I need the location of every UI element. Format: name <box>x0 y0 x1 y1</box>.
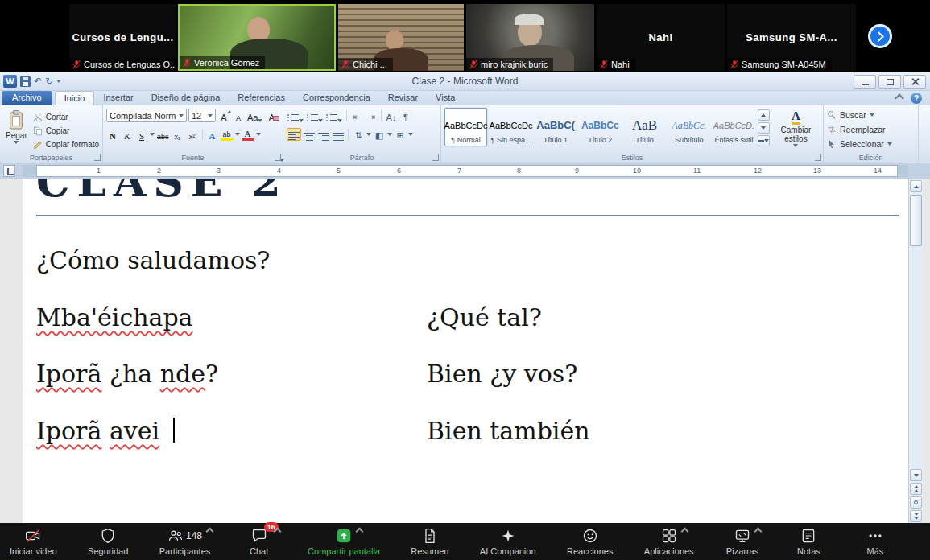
reactions-button[interactable]: Reacciones <box>567 528 613 556</box>
redo-icon[interactable]: ↻ <box>45 75 53 88</box>
borders-caret[interactable] <box>408 133 413 136</box>
fuente-dialog-launcher[interactable] <box>275 154 281 161</box>
copy-button[interactable]: Copiar <box>33 125 99 137</box>
sort-button[interactable]: A↓ <box>385 109 398 122</box>
change-styles-button[interactable]: A Cambiar estilos <box>772 108 820 147</box>
style-subtitulo[interactable]: AaBbCc. Subtítulo <box>668 108 710 146</box>
share-screen-caret[interactable] <box>356 527 364 535</box>
font-size-combobox[interactable]: 12 <box>188 109 216 122</box>
tab-referencias[interactable]: Referencias <box>229 91 294 105</box>
tab-insertar[interactable]: Insertar <box>94 91 142 105</box>
minimize-button[interactable] <box>854 75 876 89</box>
increase-indent-button[interactable]: ⇥ <box>365 109 378 122</box>
change-case-button[interactable]: Aa <box>246 109 263 122</box>
start-video-button[interactable]: Iniciar video <box>10 528 57 556</box>
share-screen-button[interactable]: Compartir pantalla <box>308 528 380 556</box>
style-sin-espaciado[interactable]: AaBbCcDc ¶ Sin espa... <box>490 108 532 146</box>
tab-stop-selector[interactable] <box>3 165 15 177</box>
shading-caret[interactable] <box>387 133 392 136</box>
style-titulo-1[interactable]: AaBbC( Título 1 <box>535 108 577 146</box>
borders-button[interactable]: ⊞ <box>394 128 407 141</box>
grow-font-button[interactable]: A <box>217 109 230 122</box>
highlight-color-button[interactable]: ab <box>221 128 234 141</box>
text-effects-button[interactable]: A <box>206 128 219 141</box>
video-tile-miro[interactable]: miro krajnik buric <box>466 4 594 71</box>
align-left-button[interactable] <box>287 128 301 141</box>
tab-revisar[interactable]: Revisar <box>379 91 427 105</box>
subscript-button[interactable]: x₂ <box>172 128 184 141</box>
doc-line-right-1[interactable]: ¿Qué tal? <box>427 303 542 331</box>
scroll-down-button[interactable] <box>910 469 922 481</box>
show-paragraph-marks-button[interactable]: ¶ <box>399 109 412 122</box>
notes-button[interactable]: Notas <box>791 528 826 556</box>
find-button[interactable]: Buscar <box>827 109 915 121</box>
participants-caret[interactable] <box>206 527 214 535</box>
doc-title[interactable]: CLASE 2 <box>36 179 288 206</box>
scrollbar-thumb[interactable] <box>910 195 922 246</box>
undo-icon[interactable]: ↶ <box>34 75 42 88</box>
underline-caret[interactable] <box>150 133 155 136</box>
document-page[interactable]: CLASE 2 ¿Cómo saludamos? Mba'éichapa ¿Qu… <box>23 179 908 523</box>
participants-button[interactable]: 148 Participantes <box>159 528 211 556</box>
video-tile-nahi[interactable]: Nahi Nahi <box>597 4 725 71</box>
shrink-font-button[interactable]: A <box>232 109 245 122</box>
parrafo-dialog-launcher[interactable] <box>432 154 439 161</box>
bold-button[interactable]: N <box>106 128 119 141</box>
select-browse-object-button[interactable] <box>910 496 922 509</box>
tab-inicio[interactable]: Inicio <box>55 91 95 105</box>
more-button[interactable]: Más <box>858 528 893 556</box>
shading-button[interactable]: ◧ <box>373 128 386 141</box>
video-tile-samsung[interactable]: Samsung SM-A... Samsung SM-A045M <box>727 4 856 71</box>
align-right-button[interactable] <box>317 128 330 141</box>
doc-line-right-3[interactable]: Bien también <box>427 417 590 445</box>
estilos-dialog-launcher[interactable] <box>815 154 821 161</box>
style-enfasis-sutil[interactable]: AaBbCcD. Énfasis sutil <box>713 108 755 146</box>
doc-heading[interactable]: ¿Cómo saludamos? <box>36 246 270 274</box>
superscript-button[interactable]: x² <box>186 128 199 141</box>
tab-correspondencia[interactable]: Correspondencia <box>294 91 379 105</box>
font-family-combobox[interactable]: Compilada Norm <box>106 109 187 122</box>
justify-button[interactable] <box>332 128 345 141</box>
multilevel-list-button[interactable] <box>325 109 343 122</box>
decrease-indent-button[interactable]: ⇤ <box>350 109 363 122</box>
line-spacing-caret[interactable] <box>366 133 371 136</box>
minimize-ribbon-icon[interactable] <box>895 93 903 102</box>
doc-line-left-1[interactable]: Mba'éichapa <box>36 303 193 331</box>
format-painter-button[interactable]: Copiar formato <box>33 138 99 150</box>
previous-page-button[interactable] <box>910 483 922 495</box>
save-icon[interactable] <box>20 76 31 87</box>
font-color-caret[interactable] <box>256 133 261 136</box>
next-page-button[interactable] <box>910 510 922 522</box>
numbered-list-button[interactable] <box>306 109 324 122</box>
scroll-up-button[interactable] <box>910 180 922 192</box>
maximize-button[interactable] <box>878 75 901 89</box>
close-button[interactable] <box>903 75 926 89</box>
paste-button[interactable]: Pegar <box>3 108 30 151</box>
select-button[interactable]: Seleccionar <box>827 138 915 150</box>
font-color-button[interactable]: A <box>242 128 254 141</box>
cut-button[interactable]: Cortar <box>33 111 99 123</box>
summary-button[interactable]: Resumen <box>411 528 448 556</box>
video-tile-veronica[interactable]: Verónica Gómez <box>178 4 336 71</box>
gallery-next-page-button[interactable] <box>868 24 892 48</box>
underline-button[interactable]: S <box>135 128 148 141</box>
doc-line-left-3[interactable]: Iporã avei <box>36 417 175 445</box>
qat-customize-caret[interactable] <box>56 80 61 83</box>
whiteboards-caret[interactable] <box>754 527 763 535</box>
doc-line-left-2[interactable]: Iporã ¿ha nde? <box>36 360 218 388</box>
italic-button[interactable]: K <box>121 128 134 141</box>
style-normal[interactable]: AaBbCcDc ¶ Normal <box>444 108 487 146</box>
highlight-caret[interactable] <box>235 133 240 136</box>
chat-button[interactable]: 16 Chat <box>242 528 277 556</box>
vertical-scrollbar[interactable] <box>908 179 923 523</box>
ai-companion-button[interactable]: AI Companion <box>480 528 536 556</box>
tab-vista[interactable]: Vista <box>427 91 464 105</box>
bullet-list-button[interactable] <box>287 109 304 122</box>
style-titulo[interactable]: AaB Título <box>623 108 665 146</box>
style-titulo-2[interactable]: AaBbCc Título 2 <box>579 108 621 146</box>
replace-button[interactable]: Reemplazar <box>827 123 915 135</box>
tab-diseno-de-pagina[interactable]: Diseño de página <box>143 91 229 105</box>
portapapeles-dialog-launcher[interactable] <box>94 154 101 161</box>
strikethrough-button[interactable]: abc <box>156 128 170 141</box>
align-center-button[interactable] <box>303 128 316 141</box>
